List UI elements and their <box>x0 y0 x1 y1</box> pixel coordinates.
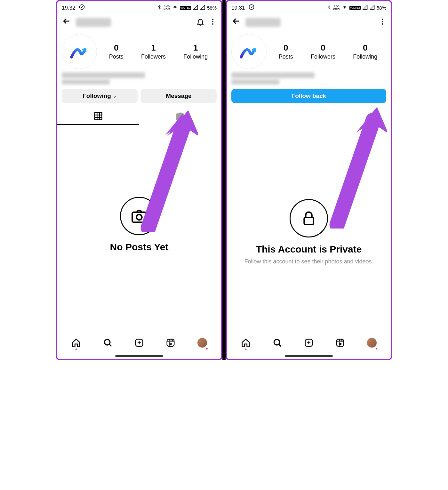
lte-badge: VoLTE2 <box>349 6 361 10</box>
back-button[interactable] <box>62 16 71 28</box>
signal-icon-1 <box>193 5 198 11</box>
message-button[interactable]: Message <box>141 89 217 103</box>
profile-avatar[interactable] <box>231 34 267 69</box>
nav-home[interactable] <box>71 337 82 348</box>
bio-redacted <box>62 72 217 84</box>
svg-point-8 <box>137 214 142 220</box>
svg-point-16 <box>382 23 383 25</box>
stat-followers[interactable]: 0 Followers <box>311 43 335 60</box>
back-button[interactable] <box>231 16 241 28</box>
signal-icon-2 <box>370 5 375 11</box>
status-app-icon <box>79 4 85 12</box>
lock-icon <box>290 199 328 237</box>
nav-reels[interactable] <box>335 337 346 348</box>
profile-header <box>57 13 221 30</box>
phone-left: 19:32 1.00KB/S VoLTE2 58% <box>56 0 222 360</box>
nav-create[interactable] <box>303 337 314 348</box>
svg-point-1 <box>212 19 213 20</box>
svg-point-2 <box>212 21 213 22</box>
follow-back-button[interactable]: Follow back <box>231 89 386 103</box>
status-app-icon <box>248 4 255 12</box>
tab-tagged[interactable] <box>139 108 221 125</box>
username-redacted <box>76 18 111 27</box>
tab-grid[interactable] <box>57 108 139 125</box>
status-battery: 58% <box>377 5 386 11</box>
notifications-button[interactable] <box>196 18 204 27</box>
private-title: This Account is Private <box>256 244 362 255</box>
lte-badge: VoLTE2 <box>180 6 191 10</box>
bottom-nav <box>57 333 221 359</box>
svg-point-10 <box>104 339 110 345</box>
private-subtitle: Follow this account to see their photos … <box>244 257 373 266</box>
svg-rect-4 <box>95 113 102 120</box>
nav-create[interactable] <box>134 337 145 348</box>
profile-header <box>227 13 391 30</box>
empty-title: No Posts Yet <box>110 242 169 253</box>
bio-redacted <box>231 72 386 84</box>
wifi-icon <box>172 4 178 11</box>
wifi-icon <box>342 4 348 11</box>
stat-followers[interactable]: 1 Followers <box>141 43 166 60</box>
more-options-button[interactable] <box>209 18 217 27</box>
empty-posts: No Posts Yet <box>57 125 221 359</box>
nav-search[interactable] <box>102 337 113 348</box>
private-account-notice: This Account is Private Follow this acco… <box>227 103 391 359</box>
profile-info-row: 0 Posts 0 Followers 0 Following <box>227 30 391 70</box>
home-indicator[interactable] <box>285 355 333 357</box>
status-kbps: 4.00KB/S <box>333 5 340 11</box>
svg-point-14 <box>382 19 383 20</box>
stat-following[interactable]: 1 Following <box>183 43 208 60</box>
status-kbps: 1.00KB/S <box>164 5 170 11</box>
phone-right: 19:31 4.00KB/S VoLTE2 58% <box>226 0 392 360</box>
bottom-nav <box>227 333 391 359</box>
svg-rect-21 <box>337 339 344 347</box>
svg-rect-12 <box>167 339 174 347</box>
signal-icon-1 <box>363 5 368 11</box>
nav-profile[interactable] <box>197 337 208 348</box>
svg-point-3 <box>212 23 213 25</box>
more-options-button[interactable] <box>379 18 386 27</box>
status-time: 19:32 <box>62 5 76 11</box>
svg-point-19 <box>274 339 280 345</box>
following-button[interactable]: Following⌄ <box>62 89 138 103</box>
svg-point-15 <box>382 21 383 22</box>
bluetooth-icon <box>157 4 162 11</box>
nav-search[interactable] <box>272 337 283 348</box>
profile-tabs <box>57 108 221 125</box>
username-redacted <box>245 18 281 27</box>
nav-home[interactable] <box>240 337 251 348</box>
stat-posts[interactable]: 0 Posts <box>109 43 124 60</box>
stat-following[interactable]: 0 Following <box>353 43 377 60</box>
home-indicator[interactable] <box>115 355 163 357</box>
status-bar: 19:31 4.00KB/S VoLTE2 58% <box>227 1 391 13</box>
nav-profile[interactable] <box>366 337 377 348</box>
status-battery: 58% <box>207 5 217 11</box>
stat-posts[interactable]: 0 Posts <box>279 43 293 60</box>
profile-avatar[interactable] <box>62 34 97 69</box>
nav-reels[interactable] <box>165 337 176 348</box>
camera-icon <box>120 197 158 235</box>
chevron-down-icon: ⌄ <box>113 93 117 99</box>
signal-icon-2 <box>200 5 205 11</box>
svg-rect-17 <box>304 218 314 225</box>
status-time: 19:31 <box>231 5 245 11</box>
status-bar: 19:32 1.00KB/S VoLTE2 58% <box>57 1 221 13</box>
svg-rect-7 <box>132 212 146 222</box>
svg-point-6 <box>179 116 181 118</box>
bluetooth-icon <box>327 4 331 11</box>
profile-info-row: 0 Posts 1 Followers 1 Following <box>57 30 221 70</box>
